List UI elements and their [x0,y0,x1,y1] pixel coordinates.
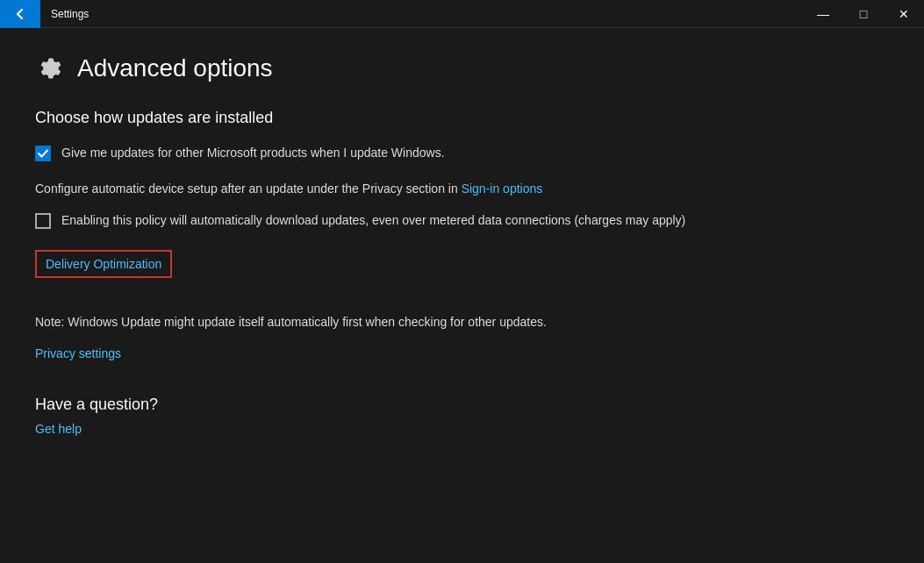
delivery-optimization-section: Delivery Optimization [35,246,755,296]
delivery-optimization-link[interactable]: Delivery Optimization [35,250,172,278]
note-text: Note: Windows Update might update itself… [35,313,755,331]
gear-icon [35,54,63,82]
checkbox-updates[interactable] [35,146,51,161]
back-button[interactable] [0,0,40,28]
get-help-link[interactable]: Get help [35,422,82,436]
minimize-button[interactable]: — [803,0,843,28]
section-title: Choose how updates are installed [35,109,755,127]
info-text-before: Configure automatic device setup after a… [35,182,462,196]
privacy-settings-link[interactable]: Privacy settings [35,346,121,360]
question-section: Have a question? Get help [35,396,755,437]
title-bar: Settings — □ ✕ [0,0,924,28]
main-content: Advanced options Choose how updates are … [0,28,790,463]
sign-in-options-link[interactable]: Sign-in options [462,182,543,196]
checkbox-metered-label: Enabling this policy will automatically … [61,212,685,230]
window-controls: — □ ✕ [803,0,924,28]
page-header: Advanced options [35,54,755,82]
info-text: Configure automatic device setup after a… [35,180,755,198]
checkbox-row-1: Give me updates for other Microsoft prod… [35,145,755,162]
window-title: Settings [40,0,803,28]
checkbox-row-2: Enabling this policy will automatically … [35,212,755,230]
question-title: Have a question? [35,396,755,414]
checkbox-metered[interactable] [35,213,51,229]
close-button[interactable]: ✕ [884,0,924,28]
checkbox-updates-label: Give me updates for other Microsoft prod… [61,145,445,162]
maximize-button[interactable]: □ [843,0,884,28]
page-title: Advanced options [77,54,273,82]
